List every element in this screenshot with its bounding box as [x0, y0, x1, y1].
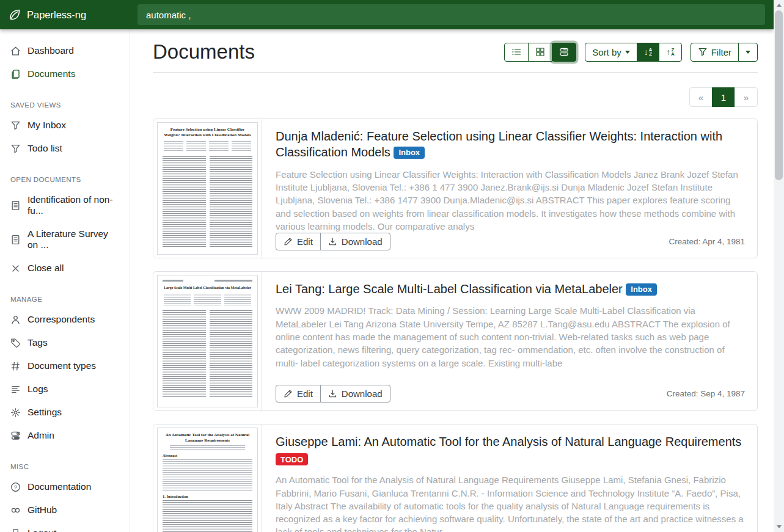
sidebar-item-github[interactable]: GitHub [0, 498, 130, 522]
sidebar-item-correspondents[interactable]: Correspondents [0, 308, 130, 331]
door-icon [10, 528, 21, 532]
tag-badge-inbox[interactable]: Inbox [394, 147, 425, 159]
edit-button[interactable]: Edit [276, 385, 321, 403]
thumbnail-section-heading: 1. Introduction [163, 494, 252, 498]
app-brand[interactable]: Paperless-ng [0, 0, 130, 29]
sort-group: Sort by ↓AZ ↑ZA [585, 43, 681, 62]
sidebar-item-close-all[interactable]: Close all [0, 257, 130, 280]
toggles-icon [10, 431, 21, 441]
sidebar-item-open-doc-1[interactable]: Identification of non-fu... [0, 188, 130, 222]
sidebar-item-document-types[interactable]: Document types [0, 354, 130, 377]
sort-by-label: Sort by [592, 47, 621, 57]
view-mode-group [504, 43, 576, 62]
view-grid-button[interactable] [528, 43, 552, 62]
thumbnail-paper: Large Scale Multi-Label Classification v… [157, 275, 258, 407]
chevron-down-icon [746, 51, 750, 54]
sidebar-item-admin[interactable]: Admin [0, 424, 130, 447]
sidebar-item-label: Identification of non-fu... [27, 194, 119, 216]
document-title[interactable]: Lei Tang: Large Scale Multi-Label Classi… [276, 281, 745, 297]
sidebar-item-todo-list[interactable]: Todo list [0, 137, 130, 160]
download-button[interactable]: Download [320, 233, 390, 250]
document-title-text: Lei Tang: Large Scale Multi-Label Classi… [276, 282, 623, 296]
document-title[interactable]: Dunja Mladenić: Feature Selection using … [276, 128, 745, 161]
gear-icon [10, 407, 21, 418]
download-button[interactable]: Download [320, 385, 390, 403]
document-title[interactable]: Giuseppe Lami: An Automatic Tool for the… [276, 434, 745, 466]
pagination-page-1-button[interactable]: 1 [712, 87, 735, 107]
thumbnail-abstract-text [163, 459, 252, 491]
document-thumbnail[interactable]: An Automatic Tool for the Analysis of Na… [153, 425, 262, 532]
edit-button[interactable]: Edit [276, 233, 321, 250]
card-actions: Edit Download [276, 385, 390, 403]
funnel-icon [10, 120, 21, 131]
person-icon [10, 315, 21, 325]
question-circle-icon: ? [10, 482, 21, 492]
sort-descending-button[interactable]: ↓AZ [637, 43, 659, 62]
scrollbar-up-arrow[interactable] [774, 0, 784, 10]
sidebar-item-open-doc-2[interactable]: A Literature Survey on ... [0, 222, 130, 257]
thumbnail-authors [165, 445, 250, 450]
pagination: « 1 » [689, 87, 758, 107]
vertical-scrollbar[interactable] [774, 0, 784, 532]
download-label: Download [342, 388, 383, 399]
file-text-icon [10, 200, 21, 211]
title-divider [153, 72, 758, 73]
download-icon [328, 389, 337, 398]
tag-badge-todo[interactable]: TODO [276, 453, 308, 465]
sidebar-item-tags[interactable]: Tags [0, 331, 130, 354]
document-title-text: Dunja Mladenić: Feature Selection using … [276, 129, 722, 159]
thumbnail-section-heading: Abstract [163, 453, 252, 457]
document-excerpt: WWW 2009 MADRID! Track: Data Mining / Se… [276, 304, 745, 369]
sidebar-item-label: Dashboard [27, 45, 74, 56]
search-bar-container [130, 0, 774, 29]
sidebar-item-logout[interactable]: Logout [0, 522, 130, 532]
filter-button[interactable]: Filter [691, 43, 739, 62]
document-excerpt: An Automatic Tool for the Analysis of Na… [276, 473, 745, 532]
funnel-icon [698, 47, 708, 57]
tag-badge-inbox[interactable]: Inbox [626, 283, 657, 296]
pagination-prev-button[interactable]: « [689, 87, 713, 107]
sidebar-item-label: My Inbox [27, 120, 66, 131]
top-navbar: Paperless-ng [0, 0, 774, 29]
sidebar-item-settings[interactable]: Settings [0, 401, 130, 424]
sidebar-item-label: Tags [27, 337, 48, 348]
created-date: Created: Apr 4, 1981 [669, 237, 745, 246]
pencil-icon [284, 389, 293, 398]
sidebar-section-open-documents: OPEN DOCUMENTS [0, 170, 130, 188]
sidebar-item-label: Todo list [27, 143, 62, 154]
document-thumbnail[interactable]: Feature Selection using Linear Classifie… [153, 119, 262, 258]
sidebar-item-documents[interactable]: Documents [0, 62, 130, 86]
pencil-icon [284, 237, 293, 246]
sidebar-item-label: GitHub [27, 505, 57, 516]
brand-name: Paperless-ng [27, 9, 86, 21]
sidebar-item-dashboard[interactable]: Dashboard [0, 39, 130, 62]
sidebar-item-label: Settings [27, 407, 62, 418]
grid-icon [535, 47, 545, 57]
house-icon [10, 46, 21, 56]
text-lines-icon [10, 384, 21, 395]
search-input[interactable] [137, 4, 765, 25]
edit-label: Edit [297, 236, 313, 247]
view-list-button[interactable] [504, 43, 529, 62]
thumbnail-paper-title: Feature Selection using Linear Classifie… [163, 127, 252, 138]
thumbnail-body-text [163, 310, 252, 397]
documents-icon [10, 69, 21, 79]
sidebar-item-label: Admin [27, 430, 54, 441]
sort-by-dropdown[interactable]: Sort by [585, 43, 637, 62]
sort-ascending-button[interactable]: ↑ZA [659, 43, 681, 62]
sidebar-item-label: Documentation [27, 481, 91, 492]
edit-label: Edit [297, 388, 313, 399]
sidebar-item-logs[interactable]: Logs [0, 377, 130, 401]
document-thumbnail[interactable]: Large Scale Multi-Label Classification v… [153, 272, 262, 410]
sidebar-item-label: A Literature Survey on ... [27, 228, 119, 250]
scrollbar-down-arrow[interactable] [774, 522, 784, 532]
filter-dropdown-toggle[interactable] [738, 43, 758, 62]
main-content: Documents [130, 29, 774, 532]
thumbnail-paper: An Automatic Tool for the Analysis of Na… [157, 428, 258, 532]
view-details-button[interactable] [552, 43, 576, 62]
pagination-next-button[interactable]: » [735, 87, 758, 107]
sidebar-item-my-inbox[interactable]: My Inbox [0, 114, 130, 137]
scrollbar-thumb[interactable] [775, 10, 783, 180]
document-card: Large Scale Multi-Label Classification v… [153, 271, 758, 411]
sidebar-item-documentation[interactable]: ? Documentation [0, 475, 130, 498]
